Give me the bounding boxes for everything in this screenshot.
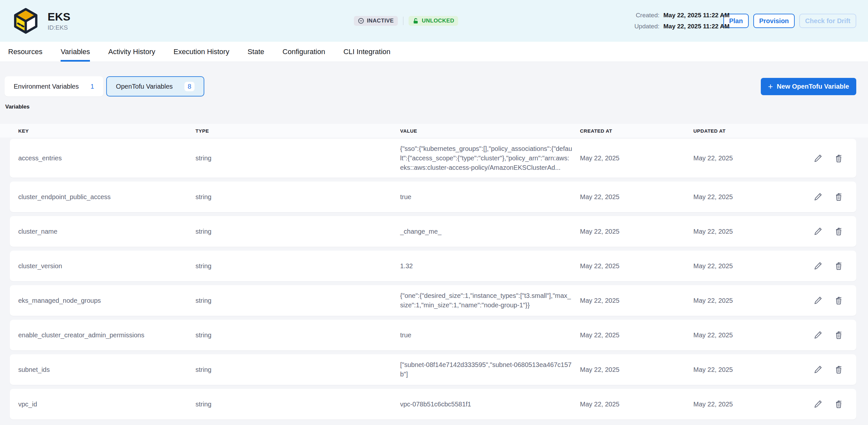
plus-icon: + [768,82,773,91]
variable-updated-at: May 22, 2025 [693,153,801,163]
pencil-icon [813,192,824,202]
variable-value: 1.32 [400,262,580,271]
workspace-brand: EKS ID:EKS [12,7,70,35]
subtab-opentofu-variables[interactable]: OpenTofu Variables 8 [106,76,204,96]
subtab-label: OpenTofu Variables [116,83,173,90]
tab-configuration[interactable]: Configuration [282,42,325,62]
subtab-count-badge: 8 [184,82,194,91]
edit-variable-button[interactable] [813,153,824,164]
lock-badge-label: UNLOCKED [422,18,455,24]
row-actions [801,191,844,203]
updated-meta: Updated: May 22, 2025 11:22 AM [631,23,730,30]
delete-variable-button[interactable] [833,191,844,203]
tab-cli-integration[interactable]: CLI Integration [343,42,390,62]
table-row: enable_cluster_creator_admin_permissions… [10,320,856,351]
variable-key: vpc_id [18,400,195,409]
minus-circle-icon [358,18,364,24]
row-actions [801,295,844,306]
column-header-value: VALUE [400,128,580,133]
variable-type: string [195,192,400,202]
variables-subtab-row: Environment Variables 1 OpenTofu Variabl… [5,76,856,96]
delete-variable-button[interactable] [833,153,844,164]
badge-divider [403,17,403,25]
workspace-page: EKS ID:EKS INACTIVE UNLOCKED [0,0,868,425]
tab-activity-history[interactable]: Activity History [108,42,155,62]
variable-key: eks_managed_node_groups [18,296,195,305]
variable-created-at: May 22, 2025 [580,365,693,374]
trash-icon [834,295,844,306]
variable-key: cluster_version [18,262,195,271]
delete-variable-button[interactable] [833,329,844,341]
subtab-count-badge: 1 [91,83,94,90]
trash-icon [834,153,844,163]
variable-value: true [400,192,580,202]
variable-created-at: May 22, 2025 [580,296,693,305]
variable-type: string [195,331,400,340]
trash-icon [834,399,844,409]
delete-variable-button[interactable] [833,295,844,306]
variable-type: string [195,227,400,236]
variable-type: string [195,296,400,305]
tab-variables[interactable]: Variables [61,42,90,62]
trash-icon [834,261,844,271]
tab-execution-history[interactable]: Execution History [174,42,229,62]
variable-updated-at: May 22, 2025 [693,192,801,202]
pencil-icon [813,261,824,271]
variable-value: ["subnet-08f14e7142d333595","subnet-0680… [400,360,580,379]
variable-updated-at: May 22, 2025 [693,296,801,305]
workspace-title-block: EKS ID:EKS [48,10,70,31]
workspace-actions: Plan Provision Check for Drift [723,14,856,28]
variable-updated-at: May 22, 2025 [693,227,801,236]
provision-button[interactable]: Provision [753,14,795,28]
column-header-type: TYPE [195,128,400,133]
row-actions [801,398,844,410]
column-header-key: KEY [18,128,195,133]
updated-label: Updated: [631,23,659,30]
variable-created-at: May 22, 2025 [580,331,693,340]
created-label: Created: [631,12,659,19]
variable-created-at: May 22, 2025 [580,192,693,202]
table-row: cluster_version string 1.32 May 22, 2025… [10,251,856,281]
variables-content: Environment Variables 1 OpenTofu Variabl… [0,62,868,425]
edit-variable-button[interactable] [813,364,824,375]
variable-value: {"sso":{"kubernetes_groups":[],"policy_a… [400,144,580,173]
workspace-tabbar: Resources Variables Activity History Exe… [0,42,868,62]
variable-key: cluster_name [18,227,195,236]
delete-variable-button[interactable] [833,364,844,375]
status-badge-label: INACTIVE [367,18,394,24]
delete-variable-button[interactable] [833,225,844,237]
column-header-created-at: CREATED AT [580,128,693,133]
tab-resources[interactable]: Resources [8,42,42,62]
variable-created-at: May 22, 2025 [580,227,693,236]
tab-state[interactable]: State [248,42,264,62]
variable-type: string [195,153,400,163]
edit-variable-button[interactable] [813,225,824,237]
row-actions [801,364,844,375]
subtab-environment-variables[interactable]: Environment Variables 1 [5,76,103,96]
opentofu-logo-icon [12,7,40,35]
row-actions [801,153,844,164]
variable-type: string [195,365,400,374]
edit-variable-button[interactable] [813,295,824,306]
variable-value: true [400,331,580,340]
variable-type: string [195,400,400,409]
status-badge: INACTIVE [354,16,398,26]
edit-variable-button[interactable] [813,398,824,410]
edit-variable-button[interactable] [813,191,824,203]
variable-updated-at: May 22, 2025 [693,365,801,374]
edit-variable-button[interactable] [813,260,824,272]
edit-variable-button[interactable] [813,329,824,341]
created-meta: Created: May 22, 2025 11:22 AM [631,12,730,19]
delete-variable-button[interactable] [833,260,844,272]
table-row: cluster_name string _change_me_ May 22, … [10,216,856,247]
row-actions [801,260,844,272]
workspace-id: ID:EKS [48,24,70,31]
trash-icon [834,364,844,375]
trash-icon [834,226,844,237]
workspace-meta: Created: May 22, 2025 11:22 AM Updated: … [631,0,730,42]
delete-variable-button[interactable] [833,398,844,410]
new-opentofu-variable-button[interactable]: + New OpenTofu Variable [761,78,856,95]
check-for-drift-button[interactable]: Check for Drift [799,14,856,28]
trash-icon [834,192,844,202]
variable-created-at: May 22, 2025 [580,153,693,163]
